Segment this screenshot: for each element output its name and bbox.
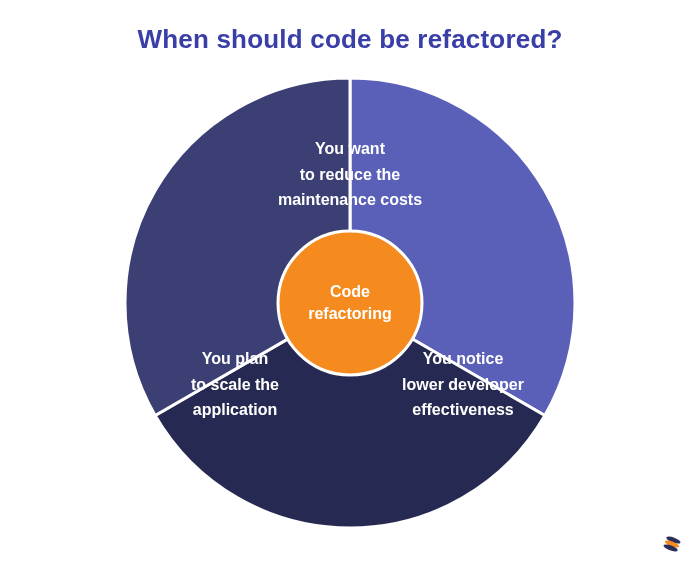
chart-title: When should code be refactored? [0, 24, 700, 55]
brand-logo-icon [662, 534, 682, 554]
pie-chart: You want to reduce the maintenance costs… [125, 78, 575, 528]
pie-svg [125, 78, 575, 528]
chart-container: You want to reduce the maintenance costs… [0, 78, 700, 528]
pie-center-circle [278, 231, 422, 375]
